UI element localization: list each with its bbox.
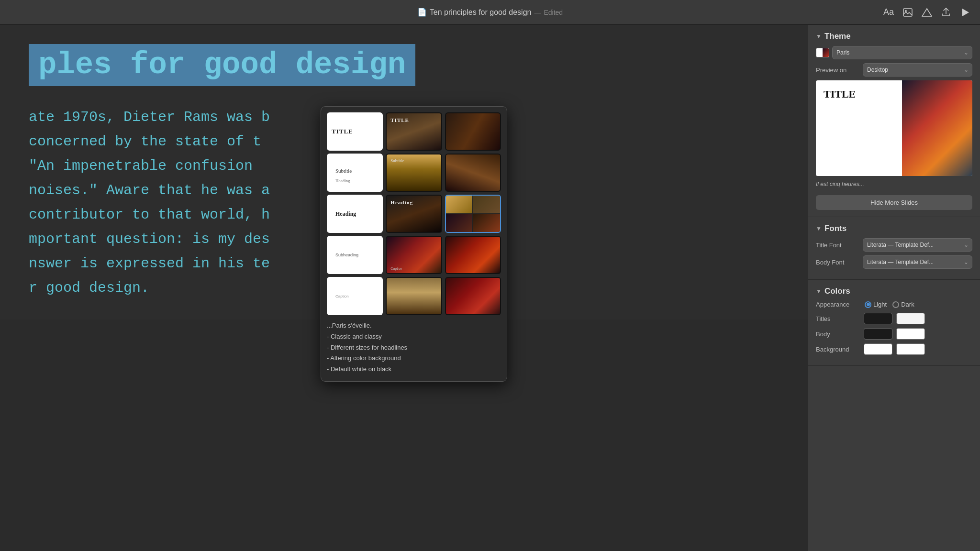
play-button[interactable] <box>960 7 970 18</box>
hall-bg-1: Subtitle <box>387 154 441 191</box>
theme-cell-white-subheading[interactable]: Subheading <box>327 236 383 274</box>
desc-line5: - Default white on black <box>327 364 501 375</box>
svg-marker-2 <box>922 9 932 16</box>
window-title: 📄 Ten principles for good design — Edite… <box>417 8 563 17</box>
tc-subtitle-label: Subtitle <box>332 164 378 177</box>
colors-chevron-icon: ▼ <box>816 288 822 295</box>
multi-q4 <box>473 214 500 232</box>
titles-color-label: Titles <box>816 315 864 322</box>
theme-cell-white-heading[interactable]: Heading <box>327 195 383 233</box>
theme-cell-photo-title[interactable]: TITLE <box>386 112 442 151</box>
document-title: Ten principles for good design <box>430 8 532 17</box>
share-button[interactable] <box>941 7 951 18</box>
skulls-bg-2 <box>446 113 500 150</box>
body-font-select[interactable]: Literata — Template Def... <box>863 255 972 269</box>
theme-row: Paris <box>816 46 972 59</box>
theme-cell-paris2[interactable] <box>445 236 501 274</box>
tc-title-label: TITLE <box>332 128 378 135</box>
titles-light-swatch[interactable] <box>896 313 925 324</box>
tc-photo-heading: Heading <box>390 199 413 205</box>
theme-cell-white-title[interactable]: TITLE <box>327 112 383 151</box>
theme-cell-white-caption[interactable]: Caption <box>327 277 383 315</box>
fonts-chevron-icon: ▼ <box>816 225 822 232</box>
theme-cell-paris-caption[interactable]: Caption <box>386 236 442 274</box>
appearance-dark-option[interactable]: Dark <box>892 301 914 308</box>
dark-radio-circle[interactable] <box>892 301 899 308</box>
theme-cell-hall-subtitle[interactable]: Subtitle <box>386 154 442 192</box>
tc-photo-title-1: TITLE <box>390 117 409 123</box>
body-font-row: Body Font Literata — Template Def... <box>816 255 972 269</box>
fonts-section: ▼ Fonts Title Font Literata — Template D… <box>808 217 980 280</box>
desc-line1: ...Paris s'éveille. <box>327 321 501 331</box>
theme-chevron-icon: ▼ <box>816 33 822 40</box>
colors-section-title: Colors <box>824 287 850 296</box>
preview-slide-title: TITLE <box>824 88 894 100</box>
right-panel: ▼ Theme Paris Preview on <box>808 25 980 551</box>
tc-caption-white: Caption <box>332 290 378 302</box>
title-font-select[interactable]: Literata — Template Def... <box>863 238 972 252</box>
title-font-row: Title Font Literata — Template Def... <box>816 238 972 252</box>
theme-cell-multi[interactable] <box>445 195 501 233</box>
background-color-label: Background <box>816 346 864 353</box>
background-light-swatch[interactable] <box>896 343 925 355</box>
fonts-section-title: Fonts <box>824 224 846 233</box>
fonts-section-header: ▼ Fonts <box>816 224 972 233</box>
title-font-wrapper[interactable]: Literata — Template Def... <box>863 238 972 252</box>
theme-cell-white-subtitle[interactable]: Subtitle Heading <box>327 154 383 192</box>
background-dark-swatch[interactable] <box>864 343 892 355</box>
theme-thumbnail <box>816 48 829 57</box>
preview-slide-left: TITLE <box>816 80 902 176</box>
desc-line2: - Classic and classy <box>327 332 501 342</box>
svg-marker-3 <box>962 9 969 16</box>
appearance-light-label: Light <box>873 301 887 308</box>
theme-cell-arch[interactable] <box>386 277 442 315</box>
appearance-label: Appearance <box>816 301 859 308</box>
title-font-label: Title Font <box>816 242 859 249</box>
background-color-row: Background <box>816 343 972 355</box>
titles-color-row: Titles <box>816 313 972 324</box>
theme-cell-skulls-heading[interactable]: Heading <box>386 195 442 233</box>
colors-section: ▼ Colors Appearance Light Dark Titles <box>808 280 980 366</box>
body-light-swatch[interactable] <box>896 328 925 340</box>
toolbar-controls: Aa <box>883 7 970 18</box>
preview-device-select[interactable]: Desktop Mobile <box>863 63 972 77</box>
paris-bg-2 <box>446 237 500 273</box>
body-color-label: Body <box>816 331 864 338</box>
theme-section-header: ▼ Theme <box>816 32 972 41</box>
preview-on-label: Preview on <box>816 66 859 74</box>
tc-subheading-white: Subheading <box>332 249 378 261</box>
theme-cell-skulls2[interactable] <box>445 112 501 151</box>
theme-cell-paris3[interactable] <box>445 277 501 315</box>
theme-section: ▼ Theme Paris Preview on <box>808 25 980 217</box>
tc-photo-subtitle-1: Subtitle <box>390 158 404 163</box>
font-button[interactable]: Aa <box>883 7 894 17</box>
preview-right-image <box>902 80 972 176</box>
appearance-light-option[interactable]: Light <box>865 301 887 308</box>
theme-select[interactable]: Paris <box>832 46 972 59</box>
body-font-wrapper[interactable]: Literata — Template Def... <box>863 255 972 269</box>
multi-q3 <box>446 214 473 232</box>
main-area: ples for good design ate 1970s, Dieter R… <box>0 25 980 551</box>
image-button[interactable] <box>902 7 913 18</box>
theme-grid: TITLE TITLE Subtitle Heading S <box>327 112 501 315</box>
multi-q2 <box>473 196 500 213</box>
titles-dark-swatch[interactable] <box>864 313 892 324</box>
hide-more-slides-button[interactable]: Hide More Slides <box>816 195 972 210</box>
theme-select-wrapper[interactable]: Paris <box>832 46 972 59</box>
preview-slide-right <box>902 80 972 176</box>
preview-device-wrapper[interactable]: Desktop Mobile <box>863 63 972 77</box>
preview-on-row: Preview on Desktop Mobile <box>816 63 972 77</box>
preview-slide: TITLE <box>816 80 972 176</box>
shapes-button[interactable] <box>922 7 932 18</box>
light-radio-circle[interactable] <box>865 301 871 308</box>
paris-bg-1: Caption <box>387 237 441 273</box>
doc-icon: 📄 <box>417 8 427 17</box>
body-dark-swatch[interactable] <box>864 328 892 340</box>
theme-picker-popup: TITLE TITLE Subtitle Heading S <box>321 106 507 382</box>
appearance-dark-label: Dark <box>901 301 914 308</box>
slide-title: ples for good design <box>29 44 415 86</box>
colors-section-header: ▼ Colors <box>816 287 972 296</box>
theme-cell-skulls3[interactable] <box>445 154 501 192</box>
tc-heading-white: Heading <box>332 207 378 221</box>
theme-description: ...Paris s'éveille. - Classic and classy… <box>327 321 501 375</box>
